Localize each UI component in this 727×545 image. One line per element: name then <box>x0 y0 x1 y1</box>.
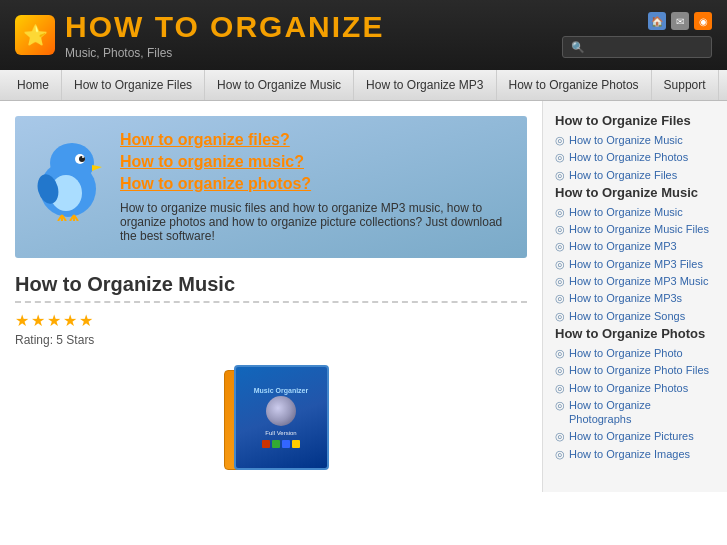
sidebar-section-title-photos: How to Organize Photos <box>555 326 715 341</box>
bullet-icon: ◎ <box>555 448 565 461</box>
list-item: ◎ How to Organize Pictures <box>555 429 715 443</box>
nav-item-files[interactable]: How to Organize Files <box>62 70 205 100</box>
product-name-label: Music Organizer <box>254 387 308 394</box>
bullet-icon: ◎ <box>555 151 565 164</box>
hero-section: How to organize files? How to organize m… <box>15 116 527 258</box>
list-item: ◎ How to Organize MP3 Music <box>555 274 715 288</box>
bullet-icon: ◎ <box>555 399 565 412</box>
site-logo-icon: ⭐ <box>15 15 55 55</box>
article-title: How to Organize Music <box>15 273 527 303</box>
sidebar-section-title-files: How to Organize Files <box>555 113 715 128</box>
sidebar-link[interactable]: How to Organize MP3 <box>569 239 677 253</box>
bullet-icon: ◎ <box>555 169 565 182</box>
bullet-icon: ◎ <box>555 258 565 271</box>
bullet-icon: ◎ <box>555 347 565 360</box>
sidebar-link[interactable]: How to Organize Photo Files <box>569 363 709 377</box>
bullet-icon: ◎ <box>555 134 565 147</box>
rss-icon[interactable]: ◉ <box>694 12 712 30</box>
site-title: HOW TO ORGANIZE <box>65 10 384 44</box>
bullet-icon: ◎ <box>555 382 565 395</box>
product-image: Music Organizer Full Version <box>15 357 527 477</box>
svg-point-4 <box>79 156 85 162</box>
list-item: ◎ How to Organize Photo Files <box>555 363 715 377</box>
bullet-icon: ◎ <box>555 206 565 219</box>
bullet-icon: ◎ <box>555 430 565 443</box>
star-1: ★ <box>15 311 29 330</box>
product-subtitle-label: Full Version <box>265 430 296 436</box>
sidebar: How to Organize Files ◎ How to Organize … <box>542 101 727 492</box>
list-item: ◎ How to Organize Photos <box>555 150 715 164</box>
sidebar-link[interactable]: How to Organize MP3s <box>569 291 682 305</box>
search-box: 🔍 <box>562 36 712 58</box>
search-icon: 🔍 <box>571 41 585 54</box>
header-left: ⭐ HOW TO ORGANIZE Music, Photos, Files <box>15 10 384 60</box>
list-item: ◎ How to Organize Music <box>555 133 715 147</box>
mail-icon[interactable]: ✉ <box>671 12 689 30</box>
product-cd-icon <box>266 396 296 426</box>
sidebar-link[interactable]: How to Organize Music <box>569 205 683 219</box>
hero-text: How to organize files? How to organize m… <box>120 131 512 243</box>
bullet-icon: ◎ <box>555 310 565 323</box>
star-5: ★ <box>79 311 93 330</box>
header-icons: 🏠 ✉ ◉ <box>648 12 712 30</box>
header-right: 🏠 ✉ ◉ 🔍 <box>562 12 712 58</box>
rating-text: Rating: 5 Stars <box>15 333 527 347</box>
sidebar-link[interactable]: How to Organize Images <box>569 447 690 461</box>
star-2: ★ <box>31 311 45 330</box>
hero-link-music[interactable]: How to organize music? <box>120 153 512 171</box>
list-item: ◎ How to Organize MP3 <box>555 239 715 253</box>
list-item: ◎ How to Organize Music Files <box>555 222 715 236</box>
list-item: ◎ How to Organize Files <box>555 168 715 182</box>
home-icon[interactable]: 🏠 <box>648 12 666 30</box>
bullet-icon: ◎ <box>555 364 565 377</box>
star-3: ★ <box>47 311 61 330</box>
list-item: ◎ How to Organize MP3 Files <box>555 257 715 271</box>
sidebar-link[interactable]: How to Organize Photo <box>569 346 683 360</box>
sidebar-link[interactable]: How to Organize MP3 Music <box>569 274 708 288</box>
hero-link-photos[interactable]: How to organize photos? <box>120 175 512 193</box>
sidebar-link[interactable]: How to Organize Photos <box>569 381 688 395</box>
sidebar-link[interactable]: How to Organize Photographs <box>569 398 715 427</box>
hero-link-files[interactable]: How to organize files? <box>120 131 512 149</box>
sidebar-link[interactable]: How to Organize Files <box>569 168 677 182</box>
header-brand: HOW TO ORGANIZE Music, Photos, Files <box>65 10 384 60</box>
search-input[interactable] <box>585 40 705 54</box>
sidebar-section-photos: How to Organize Photos ◎ How to Organize… <box>555 326 715 461</box>
star-4: ★ <box>63 311 77 330</box>
nav-item-home[interactable]: Home <box>5 70 62 100</box>
list-item: ◎ How to Organize Photos <box>555 381 715 395</box>
sidebar-section-title-music: How to Organize Music <box>555 185 715 200</box>
list-item: ◎ How to Organize Music <box>555 205 715 219</box>
nav-item-mp3[interactable]: How to Organize MP3 <box>354 70 496 100</box>
nav-item-photos[interactable]: How to Organize Photos <box>497 70 652 100</box>
sidebar-link[interactable]: How to Organize Pictures <box>569 429 694 443</box>
bullet-icon: ◎ <box>555 292 565 305</box>
list-item: ◎ How to Organize Songs <box>555 309 715 323</box>
main-nav: Home How to Organize Files How to Organi… <box>0 70 727 101</box>
nav-item-music[interactable]: How to Organize Music <box>205 70 354 100</box>
bullet-icon: ◎ <box>555 240 565 253</box>
nav-item-support[interactable]: Support <box>652 70 719 100</box>
list-item: ◎ How to Organize Photo <box>555 346 715 360</box>
svg-marker-6 <box>92 165 102 171</box>
sidebar-section-files: How to Organize Files ◎ How to Organize … <box>555 113 715 182</box>
list-item: ◎ How to Organize MP3s <box>555 291 715 305</box>
sidebar-link[interactable]: How to Organize MP3 Files <box>569 257 703 271</box>
main-wrapper: How to organize files? How to organize m… <box>0 101 727 492</box>
list-item: ◎ How to Organize Photographs <box>555 398 715 427</box>
sidebar-link[interactable]: How to Organize Music <box>569 133 683 147</box>
main-content: How to organize files? How to organize m… <box>0 101 542 492</box>
stars-rating: ★ ★ ★ ★ ★ <box>15 311 527 330</box>
sidebar-link[interactable]: How to Organize Photos <box>569 150 688 164</box>
hero-description: How to organize music files and how to o… <box>120 201 512 243</box>
bullet-icon: ◎ <box>555 223 565 236</box>
sidebar-link[interactable]: How to Organize Songs <box>569 309 685 323</box>
bullet-icon: ◎ <box>555 275 565 288</box>
sidebar-link[interactable]: How to Organize Music Files <box>569 222 709 236</box>
list-item: ◎ How to Organize Images <box>555 447 715 461</box>
hero-bird-image <box>30 131 110 221</box>
site-tagline: Music, Photos, Files <box>65 46 384 60</box>
article-section: How to Organize Music ★ ★ ★ ★ ★ Rating: … <box>15 273 527 477</box>
svg-point-5 <box>82 156 84 158</box>
site-header: ⭐ HOW TO ORGANIZE Music, Photos, Files 🏠… <box>0 0 727 70</box>
